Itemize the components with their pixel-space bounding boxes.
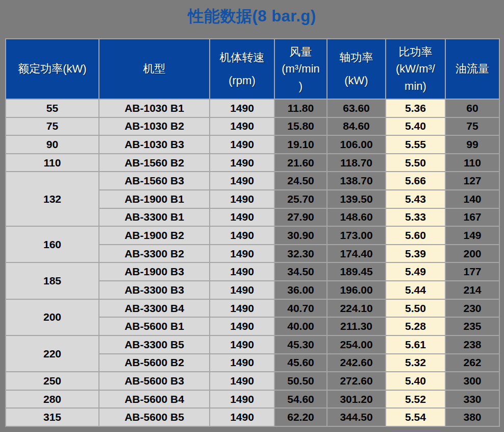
cell-flow: 25.70 <box>274 190 327 208</box>
cell-specific: 5.49 <box>386 262 445 281</box>
cell-flow: 19.10 <box>274 135 327 154</box>
performance-data-table: 额定功率(kW)机型机体转速(rpm)风量(m³/min)轴功率(kW)比功率(… <box>5 38 500 427</box>
cell-power: 110 <box>6 154 99 172</box>
cell-flow: 40.70 <box>274 299 327 318</box>
cell-specific: 5.50 <box>386 154 445 172</box>
cell-oil: 110 <box>445 154 499 172</box>
cell-shaft: 196.00 <box>327 281 386 299</box>
table-row: 160AB-1900 B2149030.90173.005.60149 <box>6 226 499 245</box>
cell-shaft: 254.00 <box>327 335 386 354</box>
cell-model: AB-5600 B2 <box>99 354 210 372</box>
cell-oil: 140 <box>445 190 499 208</box>
cell-specific: 5.28 <box>386 317 445 335</box>
cell-shaft: 139.50 <box>327 190 386 208</box>
column-header-rpm: 机体转速(rpm) <box>210 39 274 99</box>
table-header-row: 额定功率(kW)机型机体转速(rpm)风量(m³/min)轴功率(kW)比功率(… <box>6 39 499 99</box>
cell-shaft: 138.70 <box>327 172 386 190</box>
cell-rpm: 1490 <box>210 172 274 190</box>
cell-model: AB-1560 B3 <box>99 172 210 190</box>
cell-oil: 149 <box>445 226 499 245</box>
table-row: 315AB-5600 B5149062.20344.505.54380 <box>6 408 499 426</box>
cell-rpm: 1490 <box>210 281 274 299</box>
page-title: 性能数据(8 bar.g) <box>0 0 504 27</box>
cell-specific: 5.33 <box>386 208 445 227</box>
cell-oil: 167 <box>445 208 499 227</box>
cell-specific: 5.40 <box>386 372 445 390</box>
cell-power: 132 <box>6 172 99 226</box>
table-row: 132AB-1560 B3149024.50138.705.66127 <box>6 172 499 190</box>
cell-rpm: 1490 <box>210 208 274 227</box>
cell-oil: 60 <box>445 99 499 117</box>
cell-rpm: 1490 <box>210 299 274 318</box>
cell-oil: 99 <box>445 135 499 154</box>
cell-power: 200 <box>6 299 99 335</box>
cell-flow: 27.90 <box>274 208 327 227</box>
cell-rpm: 1490 <box>210 245 274 263</box>
cell-oil: 262 <box>445 354 499 372</box>
cell-rpm: 1490 <box>210 154 274 172</box>
cell-model: AB-5600 B3 <box>99 372 210 390</box>
cell-shaft: 84.60 <box>327 117 386 136</box>
cell-model: AB-1030 B2 <box>99 117 210 136</box>
cell-shaft: 301.20 <box>327 390 386 409</box>
cell-shaft: 344.50 <box>327 408 386 426</box>
cell-oil: 235 <box>445 317 499 335</box>
cell-specific: 5.50 <box>386 299 445 318</box>
cell-power: 75 <box>6 117 99 136</box>
cell-oil: 230 <box>445 299 499 318</box>
cell-shaft: 242.60 <box>327 354 386 372</box>
cell-oil: 177 <box>445 262 499 281</box>
cell-rpm: 1490 <box>210 99 274 117</box>
cell-shaft: 173.00 <box>327 226 386 245</box>
cell-model: AB-1900 B3 <box>99 262 210 281</box>
cell-rpm: 1490 <box>210 354 274 372</box>
cell-rpm: 1490 <box>210 262 274 281</box>
cell-shaft: 189.45 <box>327 262 386 281</box>
table-row: 220AB-3300 B5149045.30254.005.61238 <box>6 335 499 354</box>
cell-shaft: 174.40 <box>327 245 386 263</box>
cell-oil: 127 <box>445 172 499 190</box>
table-row: 110AB-1560 B2149021.60118.705.50110 <box>6 154 499 172</box>
cell-power: 185 <box>6 262 99 299</box>
cell-specific: 5.61 <box>386 335 445 354</box>
cell-flow: 11.80 <box>274 99 327 117</box>
cell-specific: 5.55 <box>386 135 445 154</box>
cell-specific: 5.43 <box>386 190 445 208</box>
cell-flow: 45.30 <box>274 335 327 354</box>
column-header-model: 机型 <box>99 39 210 99</box>
cell-flow: 21.60 <box>274 154 327 172</box>
cell-rpm: 1490 <box>210 317 274 335</box>
cell-oil: 75 <box>445 117 499 136</box>
cell-specific: 5.32 <box>386 354 445 372</box>
cell-power: 280 <box>6 390 99 409</box>
cell-model: AB-3300 B4 <box>99 299 210 318</box>
cell-power: 315 <box>6 408 99 426</box>
cell-rpm: 1490 <box>210 226 274 245</box>
cell-specific: 5.60 <box>386 226 445 245</box>
cell-power: 220 <box>6 335 99 372</box>
cell-flow: 54.60 <box>274 390 327 409</box>
cell-shaft: 63.60 <box>327 99 386 117</box>
cell-oil: 200 <box>445 245 499 263</box>
cell-model: AB-5600 B4 <box>99 390 210 409</box>
table-row: 280AB-5600 B4149054.60301.205.52330 <box>6 390 499 409</box>
cell-rpm: 1490 <box>210 372 274 390</box>
cell-flow: 24.50 <box>274 172 327 190</box>
cell-model: AB-5600 B1 <box>99 317 210 335</box>
cell-specific: 5.40 <box>386 117 445 136</box>
table-row: 90AB-1030 B3149019.10106.005.5599 <box>6 135 499 154</box>
cell-specific: 5.54 <box>386 408 445 426</box>
cell-rpm: 1490 <box>210 390 274 409</box>
cell-model: AB-1030 B1 <box>99 99 210 117</box>
table-row: 250AB-5600 B3149050.50272.605.40300 <box>6 372 499 390</box>
cell-oil: 300 <box>445 372 499 390</box>
cell-model: AB-3300 B3 <box>99 281 210 299</box>
cell-model: AB-3300 B5 <box>99 335 210 354</box>
cell-flow: 50.50 <box>274 372 327 390</box>
cell-oil: 380 <box>445 408 499 426</box>
column-header-oil: 油流量 <box>445 39 499 99</box>
cell-model: AB-1900 B2 <box>99 226 210 245</box>
cell-shaft: 272.60 <box>327 372 386 390</box>
cell-power: 90 <box>6 135 99 154</box>
cell-shaft: 106.00 <box>327 135 386 154</box>
